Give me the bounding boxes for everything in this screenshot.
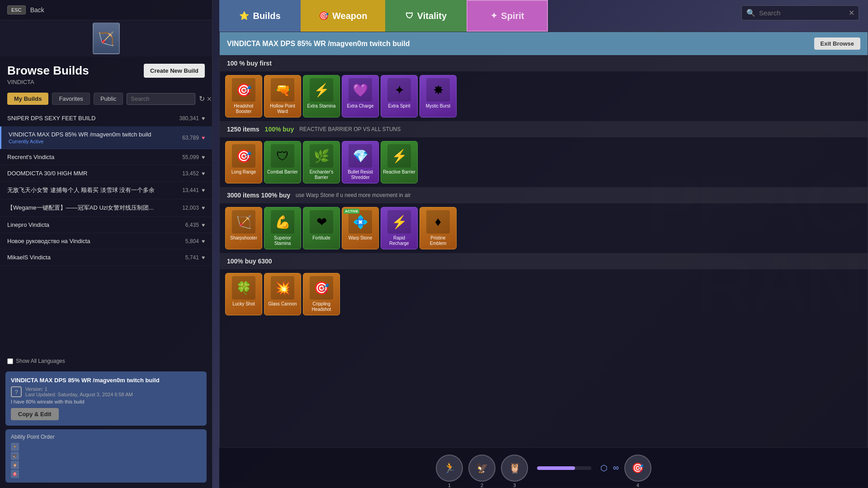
ability-1-num: 1	[448, 483, 451, 488]
item-name: Extra Stamina	[307, 103, 336, 109]
build-list-item[interactable]: Recrent's Vindicta 55,099 ♥	[0, 149, 212, 165]
item-card[interactable]: 🍀 Lucky Shot	[225, 273, 262, 315]
build-list-item[interactable]: Linepro Vindicta 6,435 ♥	[0, 217, 212, 233]
build-like-icon[interactable]: ♥	[202, 135, 205, 141]
build-like-icon[interactable]: ♥	[202, 238, 205, 244]
item-grid: 🎯 Headshot Booster 🔫 Hollow Point Ward ⚡…	[220, 71, 868, 121]
build-like-icon[interactable]: ♥	[202, 154, 205, 160]
item-icon: ❤	[310, 210, 333, 234]
ability-point-order: Ability Point Order 🏃 🦅 🦉 🎯	[5, 429, 207, 483]
build-list-item[interactable]: MikaelS Vindicta 5,741 ♥	[0, 249, 212, 266]
item-card[interactable]: 💥 Glass Cannon	[264, 273, 301, 315]
build-meta: 380,341 ♥	[179, 115, 205, 122]
ability-4-icon: 🎯	[632, 462, 644, 474]
build-list-item[interactable]: DOOMDICTA 30/0 HIGH MMR 13,452 ♥	[0, 165, 212, 182]
ability-button-2[interactable]: 🦅 2	[468, 455, 495, 482]
item-grid: 🏹 Sharpshooter 💪 Superior Stamina ❤ Fort…	[220, 203, 868, 253]
build-likes-count: 63,789	[182, 135, 199, 141]
detail-date: Last Updated: Saturday, August 3, 2024 6…	[25, 392, 133, 397]
item-card[interactable]: ⚡ Extra Stamina	[303, 75, 340, 117]
item-card[interactable]: ✦ Extra Spirit	[381, 75, 418, 117]
item-card[interactable]: 🌿 Enchanter's Barrier	[303, 141, 340, 183]
detail-version: Version: 1	[25, 386, 133, 392]
build-like-icon[interactable]: ♥	[202, 170, 205, 177]
item-card[interactable]: ⚡ Rapid Recharge	[381, 207, 418, 249]
item-icon: 🌿	[310, 144, 333, 168]
tab-spirit[interactable]: ✦ Spirit	[467, 0, 548, 32]
build-list-item[interactable]: 【Wegame一键配置】——冠军AD Uzi女警对线压制团... 12,003 …	[0, 199, 212, 217]
build-list-item[interactable]: 无敌飞天小女警 逮捕每个人 顺着买 淡雪球 没有一个多余 13,441 ♥	[0, 182, 212, 199]
item-icon: 💥	[271, 276, 294, 300]
active-badge: ACTIVE	[344, 209, 359, 214]
item-card[interactable]: ♦ Pristine Emblem	[420, 207, 457, 249]
build-list-item[interactable]: VINDICTA MAX DPS 85% WR /magven0m twitch…	[0, 127, 212, 149]
build-list-item[interactable]: SNIPER DPS SEXY FEET BUILD 380,341 ♥	[0, 110, 212, 127]
build-like-icon[interactable]: ♥	[202, 115, 205, 122]
item-card[interactable]: ✸ Mystic Burst	[420, 75, 457, 117]
tab-public[interactable]: Public	[94, 93, 123, 105]
left-panel: ESC Back 🏹 Browse Builds VINDICTA Create…	[0, 0, 212, 488]
main-search-input[interactable]	[759, 9, 845, 17]
item-icon: 🛡	[271, 144, 294, 168]
item-card[interactable]: ⚡ Reactive Barrier	[381, 141, 418, 183]
exit-browse-button[interactable]: Exit Browse	[814, 38, 860, 50]
spirit-tab-label: Spirit	[501, 11, 524, 21]
build-likes-count: 13,441	[182, 187, 199, 193]
detail-title: VINDICTA MAX DPS 85% WR /magven0m twitch…	[11, 377, 201, 384]
item-icon: ♦	[426, 210, 450, 234]
item-card[interactable]: 💜 Extra Charge	[342, 75, 379, 117]
ability-button-3[interactable]: 🦉 3	[501, 455, 528, 482]
item-card[interactable]: ACTIVE 💠 Warp Stone	[342, 207, 379, 249]
build-list: SNIPER DPS SEXY FEET BUILD 380,341 ♥ VIN…	[0, 108, 212, 354]
refresh-icon[interactable]: ↻	[199, 94, 205, 103]
build-like-icon[interactable]: ♥	[202, 254, 205, 261]
item-card[interactable]: ❤ Fortitude	[303, 207, 340, 249]
ability-target-icon: 🎯	[11, 470, 19, 478]
build-meta: 13,441 ♥	[182, 187, 205, 193]
ability-connector-icon: ⬡	[600, 463, 608, 473]
item-card[interactable]: 🎯 Headshot Booster	[225, 75, 262, 117]
item-card[interactable]: 🛡 Combat Barrier	[264, 141, 301, 183]
build-item-name: Recrent's Vindicta	[7, 154, 182, 160]
item-card[interactable]: 🎯 Crippling Headshot	[303, 273, 340, 315]
build-likes-count: 5,804	[185, 238, 199, 244]
item-card[interactable]: 🏹 Sharpshooter	[225, 207, 262, 249]
back-button[interactable]: Back	[30, 6, 44, 14]
create-build-button[interactable]: Create New Build	[144, 64, 205, 78]
ability-button-4[interactable]: 🎯 4	[624, 455, 651, 482]
item-icon: 🎯	[310, 276, 333, 300]
item-icon: 🔫	[271, 78, 294, 102]
ability-fly-icon: 🦅	[11, 452, 19, 460]
filter-bar: My Builds Favorites Public ✕ ↻	[0, 89, 212, 108]
tab-favorites[interactable]: Favorites	[52, 93, 90, 105]
tab-builds[interactable]: ⭐ Builds	[219, 0, 301, 32]
item-card[interactable]: 💪 Superior Stamina	[264, 207, 301, 249]
build-list-item[interactable]: Новое руководство на Vindicta 5,804 ♥	[0, 233, 212, 249]
builds-search-input[interactable]	[131, 95, 207, 102]
item-name: Extra Charge	[347, 103, 374, 109]
tab-vitality[interactable]: 🛡 Vitality	[385, 0, 467, 32]
build-like-icon[interactable]: ♥	[202, 222, 205, 228]
build-meta: 5,741 ♥	[185, 254, 205, 261]
item-card[interactable]: 💎 Bullet Resist Shredder	[342, 141, 379, 183]
build-item-name: MikaelS Vindicta	[7, 254, 185, 261]
item-icon: ⚡	[310, 78, 333, 102]
main-search-clear-icon[interactable]: ✕	[849, 9, 854, 17]
tab-my-builds[interactable]: My Builds	[7, 93, 48, 105]
build-like-icon[interactable]: ♥	[202, 187, 205, 193]
show-all-languages-checkbox[interactable]	[7, 358, 13, 364]
section-1250-items: 1250 items100% buyREACTIVE BARRIER OP VS…	[220, 121, 868, 187]
item-name: Extra Spirit	[388, 103, 410, 109]
esc-button[interactable]: ESC	[7, 5, 26, 14]
ability-button-1[interactable]: 🏃 1	[436, 455, 463, 482]
item-name: Pristine Emblem	[422, 235, 454, 246]
vitality-tab-icon: 🛡	[406, 11, 414, 21]
item-card[interactable]: 🎯 Long Range	[225, 141, 262, 183]
item-card[interactable]: 🔫 Hollow Point Ward	[264, 75, 301, 117]
build-item-name: SNIPER DPS SEXY FEET BUILD	[7, 115, 179, 122]
search-clear-icon[interactable]: ✕	[207, 95, 212, 103]
copy-edit-button[interactable]: Copy & Edit	[11, 408, 59, 420]
tab-weapon[interactable]: 🎯 Weapon	[301, 0, 385, 32]
builds-search-box: ✕	[127, 93, 195, 105]
build-like-icon[interactable]: ♥	[202, 205, 205, 211]
